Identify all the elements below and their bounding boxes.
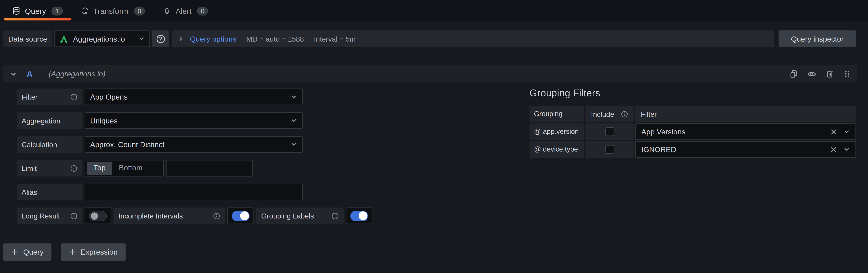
chevron-down-icon xyxy=(290,141,297,148)
info-circle-icon[interactable] xyxy=(332,212,339,219)
grouping-filters-header: Grouping Include Filter xyxy=(529,105,856,122)
help-circle-icon xyxy=(156,34,165,43)
query-row-actions xyxy=(789,69,851,79)
limit-bottom-option[interactable]: Bottom xyxy=(112,161,149,175)
chevron-right-icon[interactable] xyxy=(178,35,184,42)
grouping-filters-section: Grouping Filters Grouping Include Filter… xyxy=(529,87,856,159)
editor-footer: Query Expression xyxy=(3,243,125,261)
grouping-filter-select[interactable]: IGNORED xyxy=(635,141,856,158)
tab-query-label: Query xyxy=(25,6,46,15)
aggregation-select[interactable]: Uniques xyxy=(85,112,303,129)
grouping-filter-row: @.app.version App Versions xyxy=(529,123,856,140)
copy-icon[interactable] xyxy=(789,70,798,78)
calculation-row: Calculation Approx. Count Distinct xyxy=(17,136,372,153)
long-result-label: Long Result xyxy=(17,208,83,224)
bell-icon xyxy=(163,6,171,15)
calculation-select[interactable]: Approx. Count Distinct xyxy=(85,136,303,153)
chevron-down-icon xyxy=(843,146,850,153)
query-row-header: A (Aggregations.io) xyxy=(3,65,857,83)
tab-alert-count-badge: 0 xyxy=(197,6,208,15)
tab-alert-label: Alert xyxy=(176,6,191,15)
tab-query[interactable]: Query 1 xyxy=(3,0,72,22)
info-circle-icon[interactable] xyxy=(621,110,628,117)
long-result-toggle[interactable] xyxy=(85,208,111,224)
datasource-label: Data source xyxy=(3,30,52,47)
info-circle-icon[interactable] xyxy=(70,212,78,219)
query-options-link[interactable]: Query options xyxy=(190,35,237,43)
datasource-toolbar: Data source Aggregations.io xyxy=(3,30,856,47)
toggle-off xyxy=(89,210,107,221)
alias-row: Alias xyxy=(17,184,372,200)
add-query-button[interactable]: Query xyxy=(3,243,51,261)
grouping-key-label: @.device.type xyxy=(529,141,584,158)
info-circle-icon[interactable] xyxy=(213,212,220,219)
column-header-include: Include xyxy=(586,105,633,122)
database-icon xyxy=(12,6,21,15)
grouping-labels-toggle[interactable] xyxy=(346,208,372,224)
aggregations-logo xyxy=(59,34,69,43)
tab-transform-count-badge: 0 xyxy=(134,6,145,15)
include-cell xyxy=(586,123,633,140)
interval-value: Interval = 5m xyxy=(314,35,356,43)
query-options-bar: Query options MD = auto = 1588 Interval … xyxy=(172,30,774,47)
alias-label: Alias xyxy=(17,184,83,200)
calculation-label: Calculation xyxy=(17,136,83,153)
clear-x-icon[interactable] xyxy=(830,146,837,153)
column-header-filter: Filter xyxy=(635,105,856,122)
chevron-down-icon xyxy=(843,128,850,135)
alias-input[interactable] xyxy=(85,184,303,200)
query-editor-form: Filter App Opens Aggregation Uniques Cal… xyxy=(17,88,372,231)
grouping-key-label: @.app.version xyxy=(529,123,584,140)
datasource-picker-value: Aggregations.io xyxy=(73,35,125,43)
include-checkbox[interactable] xyxy=(605,145,614,154)
toggle-on xyxy=(232,210,249,221)
add-expression-button[interactable]: Expression xyxy=(61,243,125,261)
aggregation-label: Aggregation xyxy=(17,112,83,129)
chevron-down-icon xyxy=(290,94,297,100)
grouping-filter-row: @.device.type IGNORED xyxy=(529,141,856,158)
chevron-down-icon xyxy=(138,35,145,42)
aggregation-row: Aggregation Uniques xyxy=(17,112,372,129)
toggle-on xyxy=(350,210,368,221)
tab-alert[interactable]: Alert 0 xyxy=(154,0,217,22)
include-checkbox[interactable] xyxy=(605,127,614,136)
trash-icon[interactable] xyxy=(826,70,834,78)
chevron-down-icon xyxy=(290,117,297,124)
query-ref-id: A xyxy=(27,69,33,79)
grouping-filter-select[interactable]: App Versions xyxy=(635,123,856,140)
eye-icon[interactable] xyxy=(807,69,816,79)
clear-x-icon[interactable] xyxy=(830,128,837,135)
grouping-labels-label: Grouping Labels xyxy=(256,208,344,224)
plus-icon xyxy=(11,248,18,255)
incomplete-intervals-label: Incomplete Intervals xyxy=(114,208,225,224)
datasource-help-button[interactable] xyxy=(152,30,169,47)
limit-top-option[interactable]: Top xyxy=(87,161,112,175)
active-tab-underline xyxy=(4,18,71,21)
datasource-picker[interactable]: Aggregations.io xyxy=(54,30,150,47)
filter-label: Filter xyxy=(17,88,83,105)
toggles-row: Long Result Incomplete Intervals Groupin… xyxy=(17,208,372,224)
limit-direction-segmented-control: Top Bottom xyxy=(85,160,164,177)
drag-handle-icon[interactable] xyxy=(843,70,851,78)
editor-tab-bar: Query 1 Transform 0 Alert 0 xyxy=(0,0,868,22)
plus-icon xyxy=(68,248,75,255)
filter-row: Filter App Opens xyxy=(17,88,372,105)
query-datasource-name: (Aggregations.io) xyxy=(49,70,105,78)
limit-row: Limit Top Bottom xyxy=(17,160,372,177)
collapse-chevron-icon[interactable] xyxy=(9,70,17,78)
incomplete-intervals-toggle[interactable] xyxy=(227,208,254,224)
tab-transform-label: Transform xyxy=(93,6,128,15)
panel-editor-screen: Query 1 Transform 0 Alert 0 Data source xyxy=(0,0,868,273)
tab-query-count-badge: 1 xyxy=(52,6,63,15)
filter-select[interactable]: App Opens xyxy=(85,88,303,105)
tab-transform[interactable]: Transform 0 xyxy=(72,0,154,22)
grouping-filters-title: Grouping Filters xyxy=(529,87,856,99)
query-inspector-button[interactable]: Query inspector xyxy=(779,30,856,47)
limit-value-input[interactable] xyxy=(166,160,253,177)
transform-icon xyxy=(81,6,89,15)
limit-label: Limit xyxy=(17,160,83,177)
info-circle-icon[interactable] xyxy=(70,93,78,100)
max-data-points-value: MD = auto = 1588 xyxy=(246,35,304,43)
column-header-grouping: Grouping xyxy=(529,105,584,122)
info-circle-icon[interactable] xyxy=(70,165,78,172)
